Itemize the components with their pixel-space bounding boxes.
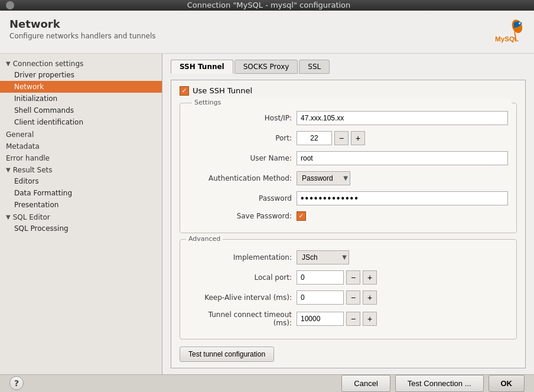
- implementation-select[interactable]: JSch OpenSSH: [297, 250, 349, 264]
- save-password-checkbox[interactable]: [297, 211, 306, 221]
- use-ssh-label: Use SSH Tunnel: [193, 86, 252, 95]
- client-identification-label: Client identification: [14, 118, 83, 126]
- local-port-row: Local port: − +: [188, 270, 508, 285]
- user-name-label: User Name:: [188, 154, 292, 162]
- shell-commands-label: Shell Commands: [14, 106, 74, 115]
- implementation-label: Implementation:: [188, 253, 292, 262]
- general-label: General: [6, 130, 34, 139]
- page-title: Network: [9, 18, 156, 30]
- settings-label: Settings: [192, 99, 512, 106]
- test-connection-button[interactable]: Test Connection ...: [395, 375, 484, 392]
- test-tunnel-button[interactable]: Test tunnel configuration: [180, 347, 274, 362]
- port-control: − +: [297, 131, 365, 145]
- tab-socks-proxy[interactable]: SOCKS Proxy: [235, 60, 298, 74]
- port-input[interactable]: [297, 131, 332, 145]
- use-ssh-checkbox[interactable]: [180, 86, 189, 96]
- svg-point-2: [519, 22, 520, 24]
- sidebar-section-result-sets[interactable]: ▼ Result Sets: [0, 164, 162, 175]
- password-input[interactable]: [297, 191, 508, 205]
- timeout-increment-button[interactable]: +: [363, 312, 377, 326]
- editors-label: Editors: [14, 177, 39, 185]
- host-ip-row: Host/IP:: [188, 111, 508, 125]
- initialization-label: Initialization: [14, 94, 57, 103]
- header-section: Network Configure networks handlers and …: [0, 11, 534, 54]
- triangle-icon: ▼: [6, 60, 11, 67]
- advanced-section: Advanced Implementation: JSch OpenSSH ▼: [180, 239, 517, 339]
- result-sets-label: Result Sets: [13, 166, 53, 174]
- timeout-control: − +: [297, 312, 377, 326]
- connection-settings-label: Connection settings: [13, 60, 84, 68]
- tab-ssh-tunnel[interactable]: SSH Tunnel: [171, 60, 233, 74]
- port-row: Port: − +: [188, 131, 508, 145]
- help-button[interactable]: ?: [9, 376, 24, 390]
- local-port-decrement-button[interactable]: −: [346, 270, 360, 285]
- timeout-decrement-button[interactable]: −: [346, 312, 360, 326]
- sidebar-item-shell-commands[interactable]: Shell Commands: [0, 104, 162, 116]
- sidebar-item-client-identification[interactable]: Client identification: [0, 116, 162, 128]
- keepalive-input[interactable]: [297, 290, 344, 305]
- error-handle-label: Error handle: [6, 154, 50, 162]
- right-panel: SSH Tunnel SOCKS Proxy SSL Use SSH Tunne…: [162, 54, 534, 374]
- save-password-label: Save Password:: [188, 212, 292, 220]
- port-decrement-button[interactable]: −: [334, 131, 349, 145]
- local-port-control: − +: [297, 270, 377, 285]
- keepalive-increment-button[interactable]: +: [363, 290, 377, 305]
- tabs: SSH Tunnel SOCKS Proxy SSL: [171, 60, 526, 74]
- footer-right: Cancel Test Connection ... OK: [341, 375, 525, 392]
- driver-properties-label: Driver properties: [14, 71, 74, 79]
- sidebar-section-error-handle[interactable]: Error handle: [0, 152, 162, 164]
- port-label: Port:: [188, 134, 292, 142]
- title-bar: Connection "MySQL - mysql" configuration: [0, 0, 534, 11]
- window-title: Connection "MySQL - mysql" configuration: [9, 1, 528, 9]
- triangle-icon-sql-editor: ▼: [6, 214, 11, 220]
- sidebar-item-network[interactable]: Network: [0, 81, 162, 93]
- settings-section: Settings Host/IP: Port: − +: [180, 103, 517, 233]
- timeout-input[interactable]: [297, 312, 344, 326]
- header-text: Network Configure networks handlers and …: [9, 18, 156, 40]
- main-body: ▼ Connection settings Driver properties …: [0, 54, 534, 374]
- local-port-input[interactable]: [297, 270, 344, 285]
- sidebar-item-initialization[interactable]: Initialization: [0, 93, 162, 104]
- cancel-button[interactable]: Cancel: [341, 375, 390, 392]
- local-port-label: Local port:: [188, 273, 292, 282]
- sidebar-item-driver-properties[interactable]: Driver properties: [0, 69, 162, 81]
- timeout-row: Tunnel connect timeout (ms): − +: [188, 311, 508, 327]
- ok-button[interactable]: OK: [489, 375, 525, 392]
- tab-content: Use SSH Tunnel Settings Host/IP: Port:: [171, 80, 526, 368]
- use-ssh-row: Use SSH Tunnel: [180, 86, 517, 96]
- auth-method-row: Authentication Method: Password Public K…: [188, 171, 508, 185]
- tab-ssl[interactable]: SSL: [299, 60, 330, 74]
- sidebar-item-presentation[interactable]: Presentation: [0, 199, 162, 211]
- sidebar-item-sql-processing[interactable]: SQL Processing: [0, 223, 162, 234]
- page-subtitle: Configure networks handlers and tunnels: [9, 32, 156, 40]
- keepalive-label: Keep-Alive interval (ms):: [188, 293, 292, 302]
- sidebar-item-editors[interactable]: Editors: [0, 175, 162, 187]
- port-increment-button[interactable]: +: [351, 131, 365, 145]
- keepalive-control: − +: [297, 290, 377, 305]
- sidebar-section-sql-editor[interactable]: ▼ SQL Editor: [0, 211, 162, 223]
- local-port-increment-button[interactable]: +: [363, 270, 377, 285]
- auth-method-select[interactable]: Password Public Key Agent: [297, 171, 350, 185]
- network-label: Network: [14, 83, 44, 91]
- sidebar-section-metadata[interactable]: Metadata: [0, 140, 162, 152]
- main-window: Connection "MySQL - mysql" configuration…: [0, 0, 534, 392]
- advanced-label: Advanced: [186, 235, 223, 243]
- timeout-label: Tunnel connect timeout (ms):: [188, 311, 292, 327]
- user-name-input[interactable]: [297, 151, 508, 165]
- triangle-icon-result-sets: ▼: [6, 166, 11, 173]
- host-ip-label: Host/IP:: [188, 114, 292, 122]
- keepalive-row: Keep-Alive interval (ms): − +: [188, 290, 508, 305]
- presentation-label: Presentation: [14, 201, 58, 209]
- auth-method-label: Authentication Method:: [188, 174, 292, 182]
- implementation-row: Implementation: JSch OpenSSH ▼: [188, 250, 508, 264]
- sidebar-item-data-formatting[interactable]: Data Formatting: [0, 187, 162, 199]
- keepalive-decrement-button[interactable]: −: [346, 290, 360, 305]
- sidebar-section-connection-settings[interactable]: ▼ Connection settings: [0, 57, 162, 69]
- sidebar-section-general[interactable]: General: [0, 128, 162, 140]
- host-ip-input[interactable]: [297, 111, 508, 125]
- password-row: Password: [188, 191, 508, 205]
- user-name-row: User Name:: [188, 151, 508, 165]
- footer: ? Cancel Test Connection ... OK: [0, 374, 534, 392]
- auth-method-wrapper: Password Public Key Agent ▼: [297, 171, 350, 185]
- implementation-wrapper: JSch OpenSSH ▼: [297, 250, 349, 264]
